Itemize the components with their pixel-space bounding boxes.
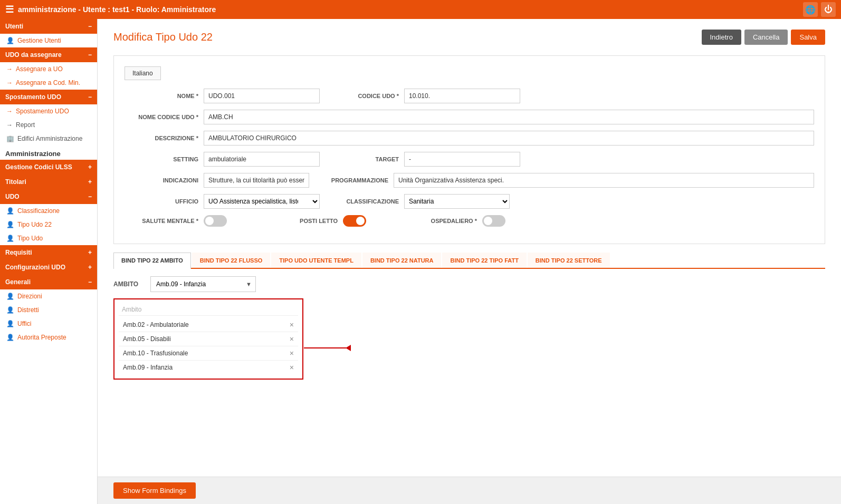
- sidebar-section-generali[interactable]: Generali −: [0, 275, 97, 289]
- form-row-setting: SETTING TARGET: [125, 152, 814, 167]
- person-icon: 👤: [6, 221, 14, 228]
- person-icon: 👤: [6, 334, 14, 341]
- sidebar-item-autorita[interactable]: 👤 Autorita Preposte: [0, 331, 97, 344]
- menu-icon: ☰: [5, 4, 14, 15]
- toggle-slider: [343, 215, 366, 227]
- form-row-nome: NOME * CODICE UDO *: [125, 89, 814, 103]
- sidebar-section-gestione-codici[interactable]: Gestione Codici ULSS +: [0, 160, 97, 175]
- target-input[interactable]: [404, 152, 520, 167]
- tab-content-ambito: AMBITO Amb.09 - Infanzia Amb.02 - Ambula…: [113, 276, 825, 380]
- list-item: Amb.02 - Ambulatoriale ×: [119, 318, 298, 332]
- sidebar-item-tipo-udo-22[interactable]: 👤 Tipo Udo 22: [0, 218, 97, 231]
- tab-bind-flusso[interactable]: BIND TIPO 22 FLUSSO: [192, 253, 271, 268]
- tab-bind-tipo-fatt[interactable]: BIND TIPO 22 TIPO FATT: [442, 253, 526, 268]
- ospedaliero-label: OSPEDALIERO *: [403, 218, 477, 224]
- indietro-button[interactable]: Indietro: [702, 30, 741, 45]
- sidebar-section-configurazioni[interactable]: Configurazioni UDO +: [0, 260, 97, 275]
- sidebar-section-requisiti[interactable]: Requisiti +: [0, 245, 97, 260]
- arrow-line: [304, 347, 346, 348]
- tab-bind-natura[interactable]: BIND TIPO 22 NATURA: [362, 253, 442, 268]
- nome-codice-udo-label: NOME CODICE UDO *: [125, 114, 198, 120]
- remove-item-0-button[interactable]: ×: [290, 321, 294, 328]
- person-icon: 👤: [6, 235, 14, 242]
- sidebar-item-direzioni[interactable]: 👤 Direzioni: [0, 289, 97, 303]
- form-row-indicazioni: INDICAZIONI PROGRAMMAZIONE: [125, 173, 814, 188]
- tab-bind-settore[interactable]: BIND TIPO 22 SETTORE: [528, 253, 610, 268]
- descrizione-label: DESCRIZIONE *: [125, 135, 198, 141]
- toggle-slider: [204, 215, 227, 227]
- classificazione-select[interactable]: Sanitaria: [404, 194, 510, 209]
- setting-label: SETTING: [125, 156, 198, 162]
- arrow-annotation: [304, 345, 351, 351]
- salute-mentale-toggle[interactable]: [204, 215, 227, 227]
- sidebar-item-tipo-udo[interactable]: 👤 Tipo Udo: [0, 231, 97, 245]
- setting-input[interactable]: [204, 152, 320, 167]
- remove-item-2-button[interactable]: ×: [290, 350, 294, 357]
- arrow-icon: →: [6, 121, 13, 129]
- sidebar-section-titolari[interactable]: Titolari +: [0, 175, 97, 189]
- sidebar-section-utenti[interactable]: Utenti −: [0, 19, 97, 34]
- form-row-descrizione: DESCRIZIONE *: [125, 131, 814, 146]
- form-row-nome-codice: NOME CODICE UDO *: [125, 110, 814, 124]
- ufficio-label: UFFICIO: [125, 198, 198, 205]
- building-icon: 🏢: [6, 135, 14, 142]
- remove-item-3-button[interactable]: ×: [290, 364, 294, 371]
- codice-udo-input[interactable]: [404, 89, 520, 103]
- bottom-bar: Show Form Bindings: [98, 477, 841, 504]
- target-label: TARGET: [325, 156, 399, 162]
- sidebar-item-gestione-utenti[interactable]: 👤 Gestione Utenti: [0, 34, 97, 47]
- sidebar-item-spostamento-udo[interactable]: → Spostamento UDO: [0, 104, 97, 118]
- sidebar-item-uffici[interactable]: 👤 Uffici: [0, 317, 97, 331]
- person-icon: 👤: [6, 207, 14, 215]
- list-item: Amb.09 - Infanzia ×: [119, 361, 298, 374]
- nome-input[interactable]: [204, 89, 320, 103]
- sidebar-section-spostamento[interactable]: Spostamento UDO −: [0, 90, 97, 104]
- sidebar-item-assegnare-uo[interactable]: → Assegnare a UO: [0, 62, 97, 76]
- header-buttons: Indietro Cancella Salva: [702, 30, 826, 45]
- topbar-actions: 🌐 ⏻: [803, 2, 836, 17]
- page-title: Modifica Tipo Udo 22: [113, 31, 213, 43]
- cancella-button[interactable]: Cancella: [744, 30, 788, 45]
- tab-bind-ambito[interactable]: BIND TIPO 22 AMBITO: [113, 253, 191, 269]
- globe-button[interactable]: 🌐: [803, 2, 818, 17]
- sidebar-item-classificazione[interactable]: 👤 Classificazione: [0, 204, 97, 218]
- salva-button[interactable]: Salva: [791, 30, 825, 45]
- sidebar-section-udo[interactable]: UDO −: [0, 189, 97, 204]
- page-header: Modifica Tipo Udo 22 Indietro Cancella S…: [113, 30, 825, 45]
- lang-tab[interactable]: Italiano: [125, 66, 161, 80]
- power-button[interactable]: ⏻: [821, 2, 836, 17]
- sidebar-item-distretti[interactable]: 👤 Distretti: [0, 303, 97, 317]
- remove-item-1-button[interactable]: ×: [290, 335, 294, 343]
- sidebar-item-assegnare-cod[interactable]: → Assegnare a Cod. Min.: [0, 76, 97, 90]
- list-box-container: Ambito Amb.02 - Ambulatoriale × Amb.05 -…: [113, 298, 303, 380]
- posti-letto-label: POSTI LETTO: [264, 218, 338, 224]
- codice-udo-label: CODICE UDO *: [325, 93, 399, 99]
- content-area: Modifica Tipo Udo 22 Indietro Cancella S…: [98, 19, 841, 477]
- tabs-bar: BIND TIPO 22 AMBITO BIND TIPO 22 FLUSSO …: [113, 253, 825, 269]
- posti-letto-toggle-wrap: [343, 215, 366, 227]
- sidebar-section-udo-assegnare[interactable]: UDO da assegnare −: [0, 47, 97, 62]
- ambito-select[interactable]: Amb.09 - Infanzia Amb.02 - Ambulatoriale…: [150, 276, 256, 292]
- sidebar-item-report[interactable]: → Report: [0, 118, 97, 132]
- main-form: Italiano NOME * CODICE UDO * NOME CODICE…: [113, 55, 825, 244]
- nome-codice-udo-input[interactable]: [204, 110, 814, 124]
- show-form-bindings-button[interactable]: Show Form Bindings: [113, 482, 196, 499]
- arrow-icon: →: [6, 108, 13, 115]
- toggle-slider: [482, 215, 505, 227]
- classificazione-label: CLASSIFICAZIONE: [325, 198, 399, 205]
- programmazione-label: PROGRAMMAZIONE: [314, 177, 388, 183]
- posti-letto-toggle[interactable]: [343, 215, 366, 227]
- list-item: Amb.05 - Disabili ×: [119, 332, 298, 346]
- programmazione-input[interactable]: [394, 173, 814, 188]
- tab-tipo-udo-utente[interactable]: TIPO UDO UTENTE TEMPL: [271, 253, 361, 268]
- topbar: ☰ amministrazione - Utente : test1 - Ruo…: [0, 0, 841, 19]
- ospedaliero-toggle[interactable]: [482, 215, 505, 227]
- nome-label: NOME *: [125, 93, 198, 99]
- form-row-toggles: SALUTE MENTALE * POSTI LETTO OSPEDALIERO…: [125, 215, 814, 227]
- descrizione-input[interactable]: [204, 131, 814, 146]
- ambito-list-box: Ambito Amb.02 - Ambulatoriale × Amb.05 -…: [113, 298, 303, 380]
- list-item: Amb.10 - Trasfusionale ×: [119, 346, 298, 361]
- sidebar-item-edifici[interactable]: 🏢 Edifici Amministrazione: [0, 132, 97, 146]
- ufficio-select[interactable]: UO Assistenza specialistica, liste c: [204, 194, 320, 209]
- indicazioni-input[interactable]: [204, 173, 309, 188]
